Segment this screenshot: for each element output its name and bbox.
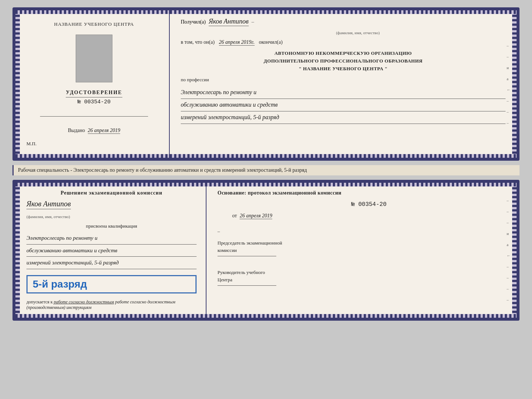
side-marks: – – и а ← – – –: [507, 43, 511, 125]
issued-date: 26 апреля 2019: [88, 128, 120, 134]
org-line2: ДОПОЛНИТЕЛЬНОГО ПРОФЕССИОНАЛЬНОГО ОБРАЗО…: [181, 57, 506, 65]
resolution-title: Решением экзаменационной комиссии: [26, 190, 197, 196]
document-card-1: НАЗВАНИЕ УЧЕБНОГО ЦЕНТРА УДОСТОВЕРЕНИЕ №…: [12, 7, 520, 161]
org-block: АВТОНОМНУЮ НЕКОММЕРЧЕСКУЮ ОРГАНИЗАЦИЮ ДО…: [181, 50, 506, 72]
chair-label: Председатель экзаменационной: [218, 239, 506, 247]
basis-date-label: от: [232, 213, 237, 218]
side-marks-2: – – – и а ← – – – –: [507, 198, 511, 302]
mp-label: М.П.: [26, 141, 36, 147]
profession-line2: обслуживанию автоматики и средств: [181, 100, 506, 111]
profession-text: Электрослесарь по ремонту и обслуживанию…: [181, 87, 506, 124]
cert-block: УДОСТОВЕРЕНИЕ № 00354-20: [66, 90, 122, 105]
recipient-subtitle-block: (фамилия, имя, отчество): [181, 31, 506, 35]
profession-line3: измерений электростанций, 5-й разряд: [181, 112, 506, 124]
basis-date: 26 апреля 2019: [240, 213, 272, 219]
commission-chair-block: Председатель экзаменационной комиссии: [218, 239, 506, 256]
doc2-right-panel: Основание: протокол экзаменационной коми…: [206, 183, 517, 318]
basis-number: № 00354-20: [232, 201, 506, 208]
center-head-label2: Центра: [218, 276, 506, 284]
chair-label2: комиссии: [218, 247, 506, 254]
qualification-line2: обслуживанию автоматики и средств: [26, 245, 197, 257]
photo-placeholder: [76, 35, 112, 82]
issued-label: Выдано: [68, 128, 85, 133]
doc2-left-panel: Решением экзаменационной комиссии Яков А…: [15, 183, 206, 318]
допуск-text: работе согласно должностным: [54, 299, 114, 304]
top-border-2: [15, 183, 517, 186]
document-card-2: Решением экзаменационной комиссии Яков А…: [12, 180, 520, 321]
recipient-subtitle: (фамилия, имя, отчество): [195, 31, 520, 35]
date-intro-label: в том, что он(а): [181, 39, 215, 45]
description-text: Рабочая специальность - Электрослесарь п…: [18, 167, 307, 173]
cert-number: № 00354-20: [66, 99, 122, 105]
допуск-text3: (производственным) инструкциям: [26, 305, 91, 310]
person-subtitle-block: (фамилия, имя, отчество): [26, 213, 197, 220]
grade-box: 5-й разряд: [26, 275, 197, 293]
completion-date: 26 апреля 2019г.: [219, 39, 255, 46]
profession-line1: Электрослесарь по ремонту и: [181, 87, 506, 99]
допуск-block: допускается к работе согласно должностны…: [26, 299, 197, 310]
description-bar: Рабочая специальность - Электрослесарь п…: [12, 165, 520, 175]
qualification-line3: измерений электростанций, 5-й разряд: [26, 257, 197, 269]
recipient-name: Яков Антипов: [209, 18, 249, 26]
recipient-block: Получил(а) Яков Антипов –: [181, 18, 506, 26]
org-line1: АВТОНОМНУЮ НЕКОММЕРЧЕСКУЮ ОРГАНИЗАЦИЮ: [181, 50, 506, 57]
qualification-text: Электрослесарь по ремонту и обслуживанию…: [26, 233, 197, 270]
received-label: Получил(а): [181, 19, 206, 25]
chair-block: –: [218, 228, 506, 234]
person-subtitle: (фамилия, имя, отчество): [26, 214, 70, 219]
left-border-2: [15, 183, 20, 318]
center-head-block: Руководитель учебного Центра: [218, 269, 506, 286]
person-name-block: Яков Антипов: [26, 200, 197, 209]
center-head-signature-line: [218, 285, 276, 286]
right-border-2: [512, 183, 517, 318]
org-line3: " НАЗВАНИЕ УЧЕБНОГО ЦЕНТРА ": [181, 65, 506, 73]
doc1-center-title: НАЗВАНИЕ УЧЕБНОГО ЦЕНТРА: [54, 21, 134, 27]
center-head-label: Руководитель учебного: [218, 269, 506, 276]
issued-block: Выдано 26 апреля 2019: [68, 128, 121, 133]
doc1-right-panel: Получил(а) Яков Антипов – (фамилия, имя,…: [170, 10, 517, 158]
bottom-border-2: [15, 314, 517, 318]
допуск-text2: работе согласно должностным: [115, 299, 175, 304]
basis-date-block: от 26 апреля 2019: [232, 213, 506, 219]
completion-label: окончил(а): [259, 39, 283, 45]
grade-text: 5-й разряд: [33, 278, 87, 290]
basis-title: Основание: протокол экзаменационной коми…: [218, 190, 506, 196]
person-name: Яков Антипов: [26, 200, 71, 209]
qualification-line1: Электрослесарь по ремонту и: [26, 233, 197, 245]
profession-label: по профессии: [181, 77, 506, 83]
cert-label: УДОСТОВЕРЕНИЕ: [66, 90, 122, 96]
chair-signature-line: [218, 256, 276, 256]
doc1-left-panel: НАЗВАНИЕ УЧЕБНОГО ЦЕНТРА УДОСТОВЕРЕНИЕ №…: [15, 10, 170, 158]
qualification-label: присвоена квалификация: [26, 223, 197, 229]
date-block: в том, что он(а) 26 апреля 2019г. окончи…: [181, 39, 506, 45]
допуск-label: допускается к: [26, 299, 53, 304]
